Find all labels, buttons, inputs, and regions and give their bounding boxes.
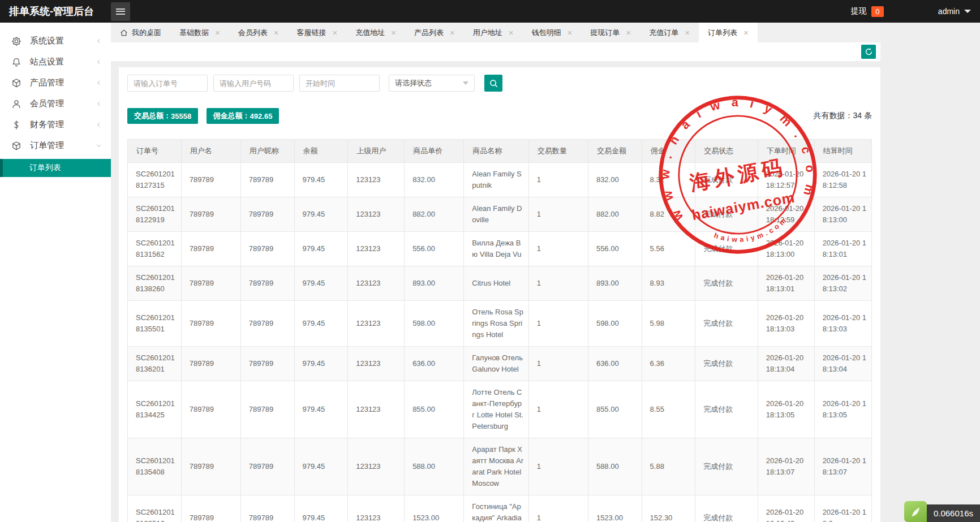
cell-amount: 893.00 [588, 266, 642, 301]
user-icon [11, 99, 22, 109]
cell-username: 789789 [181, 347, 240, 381]
cell-product-name: Арарат Парк Хаятт Москва Ararat Park Hot… [464, 438, 528, 495]
withdraw-link[interactable]: 提现 0 [851, 6, 884, 17]
user-no-input[interactable] [213, 75, 294, 92]
sidebar-item-product-management[interactable]: 产品管理 [0, 72, 111, 93]
cell-status: 完成付款 [695, 301, 758, 347]
close-icon[interactable]: × [743, 28, 749, 37]
cell-username: 789789 [181, 266, 240, 301]
cell-product-name: Гостиница "Аркадия" Arkadia Hotel [464, 495, 528, 522]
cell-quantity: 1 [528, 266, 588, 301]
table-row: SC26012018134425789789789789979.45123123… [128, 381, 872, 438]
close-icon[interactable]: × [568, 28, 573, 37]
cell-status: 完成付款 [695, 381, 758, 438]
col-header-balance: 余额 [294, 140, 348, 163]
cell-nickname: 789789 [240, 266, 294, 301]
tab-wallet-detail[interactable]: 钱包明细× [523, 23, 582, 42]
cell-settle-time: 2026-01-20 18:13:05 [814, 381, 871, 438]
cell-commission: 8.82 [642, 197, 695, 232]
tab-withdraw-orders[interactable]: 提现订单× [581, 23, 640, 42]
col-header-order-time: 下单时间 [758, 140, 814, 163]
username: admin [938, 7, 960, 16]
home-icon [120, 29, 128, 37]
cell-order-time: 2026-01-20 18:13:00 [758, 232, 814, 266]
withdraw-count-badge: 0 [871, 6, 884, 17]
order-no-input[interactable] [127, 75, 208, 92]
sidebar-item-finance-management[interactable]: 财务管理 [0, 114, 111, 135]
cell-nickname: 789789 [240, 381, 294, 438]
close-icon[interactable]: × [509, 28, 514, 37]
tab-label: 充值地址 [355, 28, 385, 38]
cell-product-name: Citrus Hotel [464, 266, 528, 301]
cell-username: 789789 [181, 381, 240, 438]
sidebar-subitem-order-list[interactable]: 订单列表 [0, 159, 111, 177]
total-badges: 交易总额：35558 佣金总额：492.65 [127, 108, 285, 124]
tab-my-desktop[interactable]: 我的桌面 [111, 23, 170, 42]
cell-commission: 8.55 [642, 381, 695, 438]
sidebar-item-order-management[interactable]: 订单管理 [0, 135, 111, 156]
tab-recharge-address[interactable]: 充值地址× [346, 23, 405, 42]
cell-username: 789789 [181, 163, 240, 197]
close-icon[interactable]: × [626, 28, 631, 37]
cell-parent-user: 123123 [348, 197, 405, 232]
refresh-button[interactable] [861, 45, 876, 59]
tab-order-list[interactable]: 订单列表× [699, 23, 758, 42]
tab-product-list[interactable]: 产品列表× [405, 23, 464, 42]
dollar-icon [11, 120, 22, 130]
start-time-input[interactable] [299, 75, 380, 92]
cell-balance: 979.45 [294, 232, 348, 266]
cell-status: 完成付款 [695, 347, 758, 381]
cell-settle-time: 2026-01-20 18:13:04 [814, 347, 871, 381]
search-button[interactable] [484, 75, 502, 92]
cell-order-time: 2026-01-20 18:13:05 [758, 381, 814, 438]
cell-unit-price: 893.00 [405, 266, 464, 301]
cell-commission: 5.98 [642, 301, 695, 347]
cell-commission: 8.32 [642, 163, 695, 197]
col-header-product-name: 商品名称 [464, 140, 528, 163]
tab-service-link[interactable]: 客服链接× [288, 23, 347, 42]
commission-total-badge: 佣金总额：492.65 [207, 108, 280, 124]
close-icon[interactable]: × [685, 28, 690, 37]
cell-username: 789789 [181, 232, 240, 266]
cell-unit-price: 1523.00 [405, 495, 464, 522]
cell-balance: 979.45 [294, 495, 348, 522]
hamburger-menu-button[interactable] [111, 2, 130, 21]
tab-recharge-orders[interactable]: 充值订单× [640, 23, 699, 42]
close-icon[interactable]: × [333, 28, 338, 37]
cell-parent-user: 123123 [348, 381, 405, 438]
tab-label: 会员列表 [238, 28, 268, 38]
cell-balance: 979.45 [294, 381, 348, 438]
user-menu[interactable]: admin [938, 7, 971, 16]
cell-balance: 979.45 [294, 438, 348, 495]
thinkphp-logo-icon[interactable] [904, 501, 927, 522]
cell-quantity: 1 [528, 232, 588, 266]
chevron-left-icon [96, 80, 102, 86]
cell-product-name: Вилла Дежа Вю Villa Deja Vu [464, 232, 528, 266]
cell-nickname: 789789 [240, 495, 294, 522]
close-icon[interactable]: × [391, 28, 396, 37]
status-select-value: 请选择状态 [395, 78, 432, 88]
status-select[interactable]: 请选择状态 [389, 75, 475, 92]
gear-icon [11, 36, 22, 46]
close-icon[interactable]: × [274, 28, 279, 37]
cell-order-time: 2026-01-20 18:13:04 [758, 347, 814, 381]
sidebar-item-system-settings[interactable]: 系统设置 [0, 31, 111, 51]
cell-commission: 152.30 [642, 495, 695, 522]
tab-label: 订单列表 [708, 28, 737, 38]
tab-user-address[interactable]: 用户地址× [464, 23, 523, 42]
sidebar-item-site-settings[interactable]: 站点设置 [0, 51, 111, 72]
cell-amount: 598.00 [588, 301, 642, 347]
cell-nickname: 789789 [240, 347, 294, 381]
cell-status: 完成付款 [695, 438, 758, 495]
tab-basic-data[interactable]: 基础数据× [170, 23, 229, 42]
cell-username: 789789 [181, 301, 240, 347]
sidebar-item-member-management[interactable]: 会员管理 [0, 93, 111, 114]
exec-time-badge: 0.066016s [927, 504, 980, 522]
withdraw-label: 提现 [851, 6, 867, 16]
cell-balance: 979.45 [294, 301, 348, 347]
tab-member-list[interactable]: 会员列表× [229, 23, 288, 42]
close-icon[interactable]: × [450, 28, 455, 37]
close-icon[interactable]: × [215, 28, 220, 37]
cell-nickname: 789789 [240, 438, 294, 495]
cell-parent-user: 123123 [348, 266, 405, 301]
